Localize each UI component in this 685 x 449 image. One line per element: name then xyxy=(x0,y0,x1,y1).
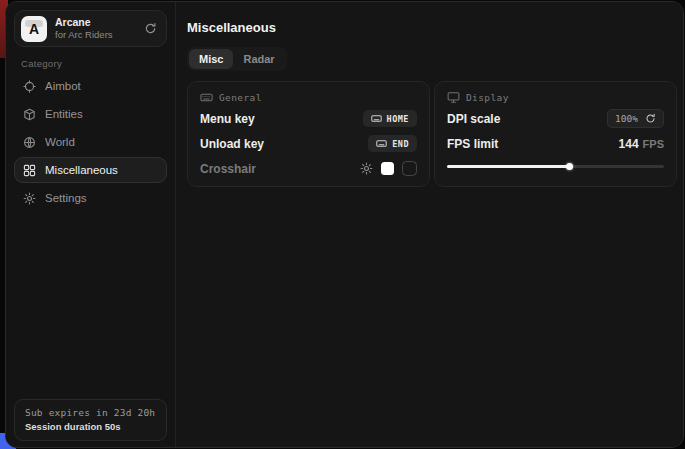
dpi-row: DPI scale 100% xyxy=(447,108,664,129)
sidebar-item-aimbot[interactable]: Aimbot xyxy=(14,73,167,99)
general-card-title: General xyxy=(219,92,262,103)
app-name: Arcane xyxy=(55,16,136,29)
page-title: Miscellaneous xyxy=(187,20,276,35)
dpi-reset-icon[interactable] xyxy=(645,113,656,124)
crosshair-settings-gear-icon[interactable] xyxy=(360,162,373,175)
display-card-title: Display xyxy=(466,92,509,103)
sidebar-item-world[interactable]: World xyxy=(14,129,167,155)
fps-unit: FPS xyxy=(643,138,664,150)
unload-key-row: Unload key END xyxy=(200,133,417,154)
menu-key-value: HOME xyxy=(387,114,409,124)
dpi-value: 100% xyxy=(615,113,638,124)
crosshair-checkbox[interactable] xyxy=(402,161,417,176)
display-card-header: Display xyxy=(447,91,664,104)
general-card: General Menu key HOME Unload key xyxy=(187,81,430,187)
monitor-icon xyxy=(447,91,460,104)
unload-key-label: Unload key xyxy=(200,137,264,151)
tab-misc[interactable]: Misc xyxy=(189,49,233,69)
tab-radar[interactable]: Radar xyxy=(233,49,284,69)
general-card-header: General xyxy=(200,91,417,104)
account-text: Arcane for Arc Riders xyxy=(55,16,136,41)
sidebar-item-label: Entities xyxy=(45,108,83,120)
account-card[interactable]: A Arcane for Arc Riders xyxy=(14,10,167,47)
crosshair-row: Crosshair xyxy=(200,158,417,179)
sidebar-nav: Aimbot Entities World xyxy=(14,73,167,213)
grid-icon xyxy=(23,164,36,177)
sidebar-item-entities[interactable]: Entities xyxy=(14,101,167,127)
app-subtitle: for Arc Riders xyxy=(55,29,136,41)
sidebar-item-miscellaneous[interactable]: Miscellaneous xyxy=(14,157,167,183)
menu-key-row: Menu key HOME xyxy=(200,108,417,129)
menu-key-label: Menu key xyxy=(200,112,255,126)
cube-icon xyxy=(23,108,36,121)
sidebar-item-label: Settings xyxy=(45,192,87,204)
sidebar-item-label: World xyxy=(45,136,75,148)
fps-slider-thumb[interactable] xyxy=(566,163,573,170)
category-label: Category xyxy=(21,58,62,69)
session-duration-text: Session duration 50s xyxy=(25,421,156,432)
keyboard-icon xyxy=(200,91,213,104)
sidebar: A Arcane for Arc Riders Category Ai xyxy=(6,2,176,447)
refresh-icon[interactable] xyxy=(144,22,157,35)
fps-value: 144 FPS xyxy=(619,137,664,151)
keyboard-icon xyxy=(371,113,382,124)
crosshair-color-swatch[interactable] xyxy=(381,162,394,175)
crosshair-controls xyxy=(360,161,417,176)
app-logo: A xyxy=(21,16,47,42)
unload-key-button[interactable]: END xyxy=(368,135,417,152)
fps-label: FPS limit xyxy=(447,137,498,151)
dpi-control[interactable]: 100% xyxy=(607,109,664,128)
logo-letter: A xyxy=(29,22,39,36)
crosshair-icon xyxy=(23,80,36,93)
fps-slider-fill xyxy=(447,165,569,168)
display-card: Display DPI scale 100% FPS limit xyxy=(434,81,677,187)
cards-row: General Menu key HOME Unload key xyxy=(187,81,677,187)
main-content: Miscellaneous Misc Radar General xyxy=(176,2,683,447)
app-window: A Arcane for Arc Riders Category Ai xyxy=(5,1,684,448)
sidebar-item-label: Aimbot xyxy=(45,80,81,92)
fps-slider[interactable] xyxy=(447,163,664,170)
unload-key-value: END xyxy=(392,139,409,149)
fps-row: FPS limit 144 FPS xyxy=(447,133,664,154)
fps-number: 144 xyxy=(619,137,639,151)
sidebar-item-settings[interactable]: Settings xyxy=(14,185,167,211)
globe-icon xyxy=(23,136,36,149)
sidebar-item-label: Miscellaneous xyxy=(45,164,118,176)
sub-expiry-text: Sub expires in 23d 20h xyxy=(25,407,156,418)
tab-bar: Misc Radar xyxy=(187,47,287,71)
keyboard-icon xyxy=(376,138,387,149)
session-info-box: Sub expires in 23d 20h Session duration … xyxy=(14,399,167,441)
gear-icon xyxy=(23,192,36,205)
menu-key-button[interactable]: HOME xyxy=(363,110,417,127)
dpi-label: DPI scale xyxy=(447,112,500,126)
crosshair-label: Crosshair xyxy=(200,162,256,176)
